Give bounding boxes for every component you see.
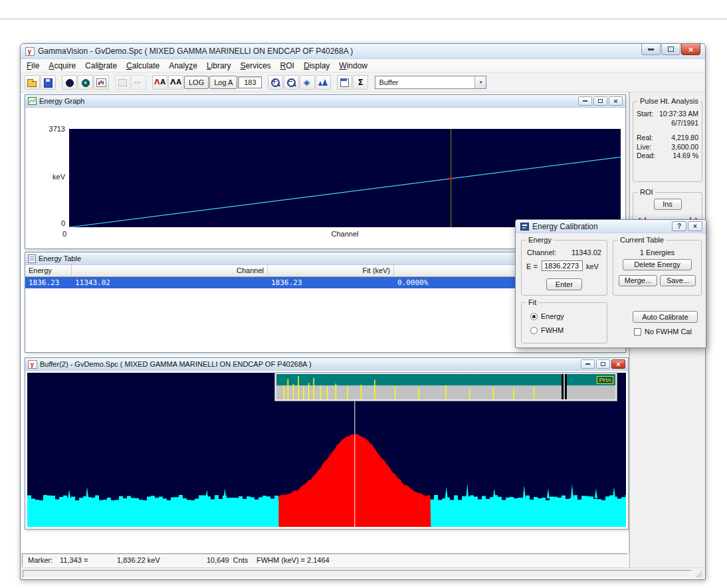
buffer-icon: γ [28, 360, 37, 369]
main-titlebar[interactable]: γ GammaVision - GvDemo.Spc ( MIXED GAMMA… [21, 44, 705, 59]
menu-analyze[interactable]: Analyze [164, 59, 202, 72]
channel-label: Channel: [527, 248, 556, 256]
close-button[interactable]: × [611, 359, 625, 369]
real-value: 4,219.80 [671, 134, 698, 143]
column-header-energy[interactable]: Energy [25, 265, 72, 277]
menu-display[interactable]: Display [299, 59, 334, 72]
buffer-titlebar[interactable]: γ Buffer(2) - GvDemo.Spc ( MIXED GAMMA M… [25, 358, 628, 371]
open-file-button[interactable] [25, 75, 40, 90]
restore-icon [601, 362, 605, 366]
enter-button[interactable]: Enter [546, 278, 582, 290]
acquire-start-button[interactable] [62, 75, 77, 90]
roi-insert-button[interactable]: Ins [654, 199, 682, 210]
close-button[interactable]: × [681, 44, 700, 55]
menu-services[interactable]: Services [236, 59, 276, 72]
y-axis-label: keV [25, 173, 65, 181]
close-button[interactable]: × [688, 221, 702, 231]
merge-button[interactable]: Merge... [619, 275, 657, 286]
log-scale-button[interactable]: LOG [184, 76, 209, 89]
dialog-caption-buttons: ? × [671, 221, 702, 231]
cell-fit: 1836.23 [268, 277, 394, 288]
peak-button[interactable] [168, 75, 183, 90]
dialog-titlebar[interactable]: Energy Calibration ? × [516, 220, 706, 233]
close-button[interactable]: × [609, 96, 623, 106]
properties-button[interactable] [337, 75, 352, 90]
buffer-content: PHA [25, 371, 628, 529]
menu-file[interactable]: File [22, 59, 44, 72]
menu-acquire[interactable]: Acquire [44, 59, 80, 72]
clear-spectrum-button[interactable] [94, 75, 109, 90]
save-button[interactable]: Save... [660, 275, 696, 286]
menu-library[interactable]: Library [202, 59, 236, 72]
energy-value-input[interactable] [542, 260, 583, 271]
restore-button[interactable] [593, 96, 607, 106]
acquire-stop-icon [80, 77, 91, 88]
auto-calibrate-button[interactable]: Auto Calibrate [633, 311, 698, 323]
peak-red-button[interactable] [152, 75, 167, 90]
energies-count: 1 Energies [613, 248, 701, 256]
pha-inset[interactable]: PHA [275, 373, 617, 401]
menu-calibrate[interactable]: Calibrate [80, 59, 122, 72]
marker-energy: 1,836.22 keV [117, 556, 160, 564]
energy-graph-titlebar[interactable]: Energy Graph × [25, 95, 625, 108]
help-icon: ? [677, 223, 681, 230]
save-file-icon [43, 77, 54, 88]
status-bar [21, 567, 705, 579]
log-auto-button[interactable]: Log A [209, 76, 237, 89]
zoom-out-icon [286, 77, 297, 88]
help-button[interactable]: ? [672, 221, 686, 231]
energy-graph-svg [69, 129, 621, 227]
fit-energy-radio[interactable]: Energy [530, 312, 564, 320]
open-file-icon [27, 77, 38, 88]
fit-fwhm-radio[interactable]: FWHM [530, 326, 564, 334]
peak-icon [170, 77, 181, 88]
current-table-title: Current Table [618, 235, 666, 245]
minimize-icon [583, 100, 587, 102]
acquire-start-icon [64, 77, 75, 88]
full-view-button[interactable] [300, 75, 315, 90]
energy-table-title: Energy Table [39, 254, 81, 262]
energy-groupbox: Energy Channel: 11343.02 E = keV Enter [521, 240, 607, 296]
delete-energy-button[interactable]: Delete Energy [623, 259, 692, 270]
column-header-fit[interactable]: Fit (keV) [268, 265, 394, 277]
energy-graph-plot[interactable] [69, 129, 621, 227]
column-header-channel[interactable]: Channel [72, 265, 268, 277]
svg-text:γ: γ [31, 361, 35, 368]
acquire-stop-button[interactable] [78, 75, 93, 90]
caption-buttons: × [641, 44, 700, 55]
minimize-button[interactable] [578, 96, 592, 106]
status-field [23, 570, 692, 578]
buffer-select-combo[interactable]: Buffer▼ [375, 76, 486, 89]
toolbar-separator [147, 75, 152, 90]
peak-view-button[interactable] [316, 75, 331, 90]
no-fwhm-checkbox[interactable]: No FWHM Cal [634, 328, 692, 336]
energy-group-title: Energy [526, 235, 554, 245]
properties-icon [339, 77, 350, 88]
dialog-body: Energy Channel: 11343.02 E = keV Enter C… [516, 233, 706, 348]
resize-grip[interactable] [694, 569, 703, 578]
dialog-icon [520, 223, 529, 231]
cell-energy: 1836.23 [25, 277, 72, 288]
toolbar-separator [56, 75, 61, 90]
minimize-button[interactable] [581, 359, 595, 369]
zoom-out-button[interactable] [284, 75, 299, 90]
restore-button[interactable] [596, 359, 610, 369]
real-label: Real: [637, 134, 653, 143]
zoom-in-button[interactable] [268, 75, 283, 90]
window-title: GammaVision - GvDemo.Spc ( MIXED GAMMA M… [38, 47, 353, 56]
save-file-button[interactable] [41, 75, 56, 90]
menu-roi[interactable]: ROI [276, 59, 299, 72]
minimize-icon [648, 49, 654, 50]
sum-button[interactable] [353, 75, 368, 90]
menu-window[interactable]: Window [334, 59, 372, 72]
minimize-button[interactable] [641, 44, 661, 55]
copy-icon [117, 77, 128, 88]
menu-calculate[interactable]: Calculate [122, 59, 164, 72]
dropdown-arrow-icon[interactable]: ▼ [474, 76, 486, 88]
maximize-button[interactable] [661, 44, 680, 55]
energy-graph-icon [28, 97, 37, 105]
vertical-scale-value[interactable]: 183 [238, 76, 262, 88]
dead-value: 14.69 % [673, 151, 698, 161]
sum-icon [355, 77, 366, 88]
checkbox-icon [634, 328, 641, 336]
